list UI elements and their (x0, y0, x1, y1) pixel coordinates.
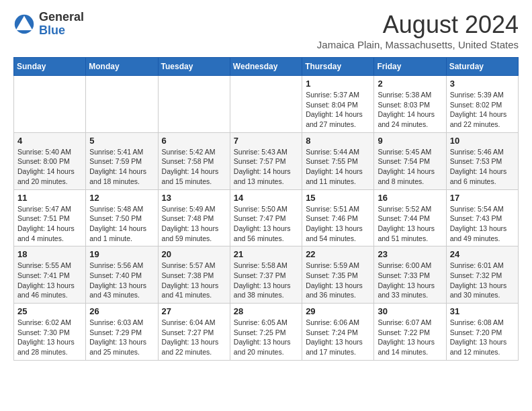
calendar-week-row: 11Sunrise: 5:47 AM Sunset: 7:51 PM Dayli… (14, 189, 519, 246)
calendar-week-row: 1Sunrise: 5:37 AM Sunset: 8:04 PM Daylig… (14, 76, 519, 133)
day-number: 13 (162, 193, 226, 203)
day-number: 23 (378, 249, 442, 259)
day-number: 15 (306, 193, 370, 203)
calendar-cell (158, 76, 230, 133)
calendar-cell: 4Sunrise: 5:40 AM Sunset: 8:00 PM Daylig… (14, 132, 86, 189)
day-number: 27 (162, 306, 226, 316)
day-number: 28 (234, 306, 298, 316)
day-number: 9 (378, 136, 442, 146)
day-info: Sunrise: 6:05 AM Sunset: 7:25 PM Dayligh… (234, 318, 298, 357)
day-info: Sunrise: 5:51 AM Sunset: 7:46 PM Dayligh… (306, 204, 370, 244)
calendar-cell: 17Sunrise: 5:54 AM Sunset: 7:43 PM Dayli… (446, 189, 518, 246)
day-number: 8 (306, 136, 370, 146)
day-number: 16 (378, 193, 442, 203)
day-info: Sunrise: 5:56 AM Sunset: 7:40 PM Dayligh… (89, 261, 154, 300)
calendar-header-row: SundayMondayTuesdayWednesdayThursdayFrid… (14, 58, 519, 76)
calendar-table: SundayMondayTuesdayWednesdayThursdayFrid… (13, 57, 519, 361)
day-number: 31 (450, 306, 515, 316)
calendar-cell: 15Sunrise: 5:51 AM Sunset: 7:46 PM Dayli… (302, 189, 374, 246)
day-info: Sunrise: 6:00 AM Sunset: 7:33 PM Dayligh… (378, 261, 442, 300)
calendar-cell: 14Sunrise: 5:50 AM Sunset: 7:47 PM Dayli… (230, 189, 302, 246)
day-info: Sunrise: 5:49 AM Sunset: 7:48 PM Dayligh… (162, 204, 226, 244)
day-info: Sunrise: 5:47 AM Sunset: 7:51 PM Dayligh… (17, 204, 82, 244)
calendar-cell (14, 76, 86, 133)
calendar-cell: 26Sunrise: 6:03 AM Sunset: 7:29 PM Dayli… (86, 304, 158, 361)
day-number: 10 (450, 136, 515, 146)
day-number: 24 (450, 249, 515, 259)
day-number: 1 (306, 79, 370, 89)
logo-text: General Blue (39, 11, 84, 38)
day-of-week-header: Wednesday (230, 58, 302, 76)
day-number: 21 (234, 249, 298, 259)
day-info: Sunrise: 5:48 AM Sunset: 7:50 PM Dayligh… (89, 204, 154, 244)
calendar-cell: 30Sunrise: 6:07 AM Sunset: 7:22 PM Dayli… (374, 304, 446, 361)
day-info: Sunrise: 5:46 AM Sunset: 7:53 PM Dayligh… (450, 147, 515, 187)
calendar-week-row: 4Sunrise: 5:40 AM Sunset: 8:00 PM Daylig… (14, 132, 519, 189)
calendar-cell: 3Sunrise: 5:39 AM Sunset: 8:02 PM Daylig… (446, 76, 518, 133)
calendar-cell: 29Sunrise: 6:06 AM Sunset: 7:24 PM Dayli… (302, 304, 374, 361)
logo-icon (13, 13, 35, 35)
day-number: 29 (306, 306, 370, 316)
day-of-week-header: Sunday (14, 58, 86, 76)
day-info: Sunrise: 5:45 AM Sunset: 7:54 PM Dayligh… (378, 147, 442, 187)
calendar-cell: 25Sunrise: 6:02 AM Sunset: 7:30 PM Dayli… (14, 304, 86, 361)
calendar-cell (230, 76, 302, 133)
calendar-cell: 23Sunrise: 6:00 AM Sunset: 7:33 PM Dayli… (374, 246, 446, 304)
day-number: 4 (17, 136, 82, 146)
calendar-cell: 20Sunrise: 5:57 AM Sunset: 7:38 PM Dayli… (158, 246, 230, 304)
calendar-cell: 22Sunrise: 5:59 AM Sunset: 7:35 PM Dayli… (302, 246, 374, 304)
day-info: Sunrise: 5:38 AM Sunset: 8:03 PM Dayligh… (378, 90, 442, 130)
calendar-cell: 21Sunrise: 5:58 AM Sunset: 7:37 PM Dayli… (230, 246, 302, 304)
day-number: 19 (89, 249, 154, 259)
logo: General Blue (13, 11, 84, 38)
day-info: Sunrise: 5:57 AM Sunset: 7:38 PM Dayligh… (162, 261, 226, 300)
day-info: Sunrise: 6:02 AM Sunset: 7:30 PM Dayligh… (17, 318, 82, 357)
day-info: Sunrise: 5:42 AM Sunset: 7:58 PM Dayligh… (162, 147, 226, 187)
calendar-cell: 13Sunrise: 5:49 AM Sunset: 7:48 PM Dayli… (158, 189, 230, 246)
day-info: Sunrise: 5:55 AM Sunset: 7:41 PM Dayligh… (17, 261, 82, 300)
day-info: Sunrise: 5:41 AM Sunset: 7:59 PM Dayligh… (89, 147, 154, 187)
calendar-cell: 16Sunrise: 5:52 AM Sunset: 7:44 PM Dayli… (374, 189, 446, 246)
day-info: Sunrise: 5:43 AM Sunset: 7:57 PM Dayligh… (234, 147, 298, 187)
day-number: 2 (378, 79, 442, 89)
day-info: Sunrise: 6:06 AM Sunset: 7:24 PM Dayligh… (306, 318, 370, 357)
day-info: Sunrise: 5:58 AM Sunset: 7:37 PM Dayligh… (234, 261, 298, 300)
calendar-cell: 9Sunrise: 5:45 AM Sunset: 7:54 PM Daylig… (374, 132, 446, 189)
day-number: 6 (162, 136, 226, 146)
calendar-cell: 10Sunrise: 5:46 AM Sunset: 7:53 PM Dayli… (446, 132, 518, 189)
calendar-cell: 5Sunrise: 5:41 AM Sunset: 7:59 PM Daylig… (86, 132, 158, 189)
day-number: 18 (17, 249, 82, 259)
calendar-cell: 27Sunrise: 6:04 AM Sunset: 7:27 PM Dayli… (158, 304, 230, 361)
calendar-week-row: 25Sunrise: 6:02 AM Sunset: 7:30 PM Dayli… (14, 304, 519, 361)
calendar-cell (86, 76, 158, 133)
calendar-cell: 19Sunrise: 5:56 AM Sunset: 7:40 PM Dayli… (86, 246, 158, 304)
day-info: Sunrise: 6:04 AM Sunset: 7:27 PM Dayligh… (162, 318, 226, 357)
day-number: 26 (89, 306, 154, 316)
day-number: 17 (450, 193, 515, 203)
day-info: Sunrise: 5:50 AM Sunset: 7:47 PM Dayligh… (234, 204, 298, 244)
calendar-cell: 31Sunrise: 6:08 AM Sunset: 7:20 PM Dayli… (446, 304, 518, 361)
day-of-week-header: Saturday (446, 58, 518, 76)
day-info: Sunrise: 6:07 AM Sunset: 7:22 PM Dayligh… (378, 318, 442, 357)
day-number: 3 (450, 79, 515, 89)
day-of-week-header: Thursday (302, 58, 374, 76)
day-info: Sunrise: 6:03 AM Sunset: 7:29 PM Dayligh… (89, 318, 154, 357)
day-of-week-header: Friday (374, 58, 446, 76)
calendar-cell: 1Sunrise: 5:37 AM Sunset: 8:04 PM Daylig… (302, 76, 374, 133)
calendar-cell: 6Sunrise: 5:42 AM Sunset: 7:58 PM Daylig… (158, 132, 230, 189)
day-info: Sunrise: 5:37 AM Sunset: 8:04 PM Dayligh… (306, 90, 370, 130)
day-number: 7 (234, 136, 298, 146)
day-number: 5 (89, 136, 154, 146)
logo-general: General (39, 10, 84, 24)
calendar-cell: 24Sunrise: 6:01 AM Sunset: 7:32 PM Dayli… (446, 246, 518, 304)
calendar-cell: 7Sunrise: 5:43 AM Sunset: 7:57 PM Daylig… (230, 132, 302, 189)
day-number: 14 (234, 193, 298, 203)
location: Jamaica Plain, Massachusetts, United Sta… (317, 39, 519, 50)
calendar-cell: 12Sunrise: 5:48 AM Sunset: 7:50 PM Dayli… (86, 189, 158, 246)
calendar-week-row: 18Sunrise: 5:55 AM Sunset: 7:41 PM Dayli… (14, 246, 519, 304)
logo-blue: Blue (39, 24, 65, 37)
calendar-cell: 28Sunrise: 6:05 AM Sunset: 7:25 PM Dayli… (230, 304, 302, 361)
day-info: Sunrise: 6:08 AM Sunset: 7:20 PM Dayligh… (450, 318, 515, 357)
calendar-cell: 2Sunrise: 5:38 AM Sunset: 8:03 PM Daylig… (374, 76, 446, 133)
day-info: Sunrise: 5:52 AM Sunset: 7:44 PM Dayligh… (378, 204, 442, 244)
